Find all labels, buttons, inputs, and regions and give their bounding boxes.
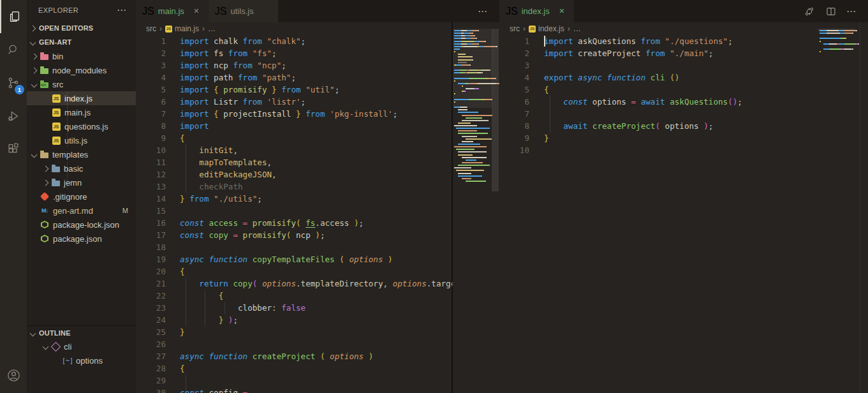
close-tab-icon[interactable]: ✕ [556,6,568,17]
scrollbar-track-border [860,22,860,393]
workspace-root-section[interactable]: GEN-ART [27,35,136,49]
tab-main-js[interactable]: JS main.js ✕ [136,0,209,23]
chevron-right-icon [31,53,38,59]
tree-item-package-json[interactable]: package.json [27,232,136,246]
code-folder-icon: </> [39,79,49,89]
breadcrumb-separator: › [523,24,526,33]
js-file-icon: JS [215,6,227,17]
file-tree: binnode_modules</>srcJSindex.jsJSmain.js… [27,49,136,246]
files-icon [8,10,22,24]
breadcrumb-separator: › [159,24,162,33]
code-editor-index-js[interactable]: import askQuestions from "./questions";i… [544,35,818,393]
account-icon[interactable] [0,359,27,392]
tree-item-label: index.js [64,94,92,103]
folder-icon [39,51,49,61]
explorer-icon[interactable] [0,0,28,33]
tab-label: main.js [158,6,184,16]
outline-section[interactable]: OUTLINE [27,325,136,340]
breadcrumb-folder[interactable]: src [510,24,520,33]
breadcrumb-symbol[interactable]: … [573,24,581,33]
line-numbers: 1234567891011121314151617181920212223242… [136,35,166,393]
minimap[interactable] [454,26,492,393]
tree-item-jemn[interactable]: jemn [27,175,136,189]
scm-pending-badge: 1 [15,85,24,94]
breadcrumb-file[interactable]: main.js [175,24,199,33]
js-file-icon: JS [51,107,61,117]
chevron-right-icon [43,165,49,172]
play-bug-icon [6,109,20,123]
breadcrumb-folder[interactable]: src [146,24,156,33]
tree-item-node-modules[interactable]: node_modules [27,63,136,77]
tree-item-label: src [52,80,63,89]
person-circle-icon [6,368,21,383]
search-icon[interactable] [0,33,27,66]
breadcrumb: src › JS main.js › … [136,22,499,35]
split-editor-icon[interactable] [825,5,837,18]
tree-item-label: cli [64,342,71,352]
git-modified-badge: M [122,207,128,214]
folder-icon [50,163,61,174]
tree-item-main-js[interactable]: JSmain.js [27,105,136,119]
tree-item-gen-art-md[interactable]: M↓gen-art.mdM [27,204,136,218]
indent-guide [186,144,186,193]
tree-item-options[interactable]: [~]options [27,353,136,367]
breadcrumb-separator: › [568,24,570,33]
tree-item-label: templates [52,150,88,159]
workspace-root-label: GEN-ART [39,38,72,46]
js-file-icon: JS [51,135,61,145]
tree-item-package-lock-json[interactable]: package-lock.json [27,218,136,232]
indent-guide [186,374,186,393]
text-cursor [544,36,545,47]
extensions-icon[interactable] [0,133,27,166]
folder-icon [50,177,61,188]
tree-item--gitignore[interactable]: .gitignore [27,189,136,204]
git-icon [40,191,50,202]
js-file-icon: JS [506,6,518,17]
open-changes-icon[interactable] [803,5,816,18]
tree-item-basic[interactable]: basic [27,161,136,175]
close-tab-icon[interactable]: ✕ [191,6,202,17]
tree-item-templates[interactable]: templates [27,147,136,161]
minimap[interactable] [820,26,858,393]
tree-item-src[interactable]: </>src [27,77,136,91]
markdown-icon: M↓ [40,205,50,216]
open-editors-label: OPEN EDITORS [39,24,93,32]
scrollbar[interactable] [492,29,499,191]
tab-label: index.js [522,6,550,16]
tree-item-bin[interactable]: bin [27,49,136,63]
tree-item-label: questions.js [64,122,108,131]
npm-package-icon [40,234,50,244]
chevron-down-icon [31,151,38,158]
explorer-sidebar: EXPLORER ⋯ OPEN EDITORS GEN-ART binnode_… [27,0,136,393]
run-debug-icon[interactable] [0,100,27,133]
breadcrumb-file[interactable]: index.js [538,24,564,33]
open-editors-section[interactable]: OPEN EDITORS [27,21,136,35]
tree-item-index-js[interactable]: JSindex.js [27,91,136,105]
sidebar-header: EXPLORER ⋯ [27,0,136,20]
tabbar-left: JS main.js ✕ JS utils.js ✕ [136,0,499,22]
js-file-icon: JS [51,93,61,103]
tab-index-js[interactable]: JS index.js ✕ [499,0,574,23]
tree-item-cli[interactable]: cli [27,339,136,353]
source-control-icon[interactable]: 1 [0,66,27,100]
outline-tree: cli[~]options [27,339,136,367]
namespace-cube-icon [50,341,61,352]
sidebar-title: EXPLORER [38,6,117,14]
tree-indent-guide [67,161,68,189]
code-editor-main-js[interactable]: import chalk from "chalk";import fs from… [180,35,453,393]
explorer-more-actions-icon[interactable]: ⋯ [117,7,127,13]
tab-utils-js[interactable]: JS utils.js ✕ [209,0,278,22]
indent-guide [205,290,205,327]
tree-item-utils-js[interactable]: JSutils.js [27,133,136,147]
js-file-icon: JS [51,121,61,131]
more-actions-icon[interactable]: ⋯ [478,8,488,15]
breadcrumb-symbol[interactable]: … [208,24,216,33]
minimap-slider[interactable] [453,29,492,108]
tree-item-label: package-lock.json [53,220,119,230]
chevron-right-icon [43,179,49,186]
folder-icon [39,65,49,75]
tree-item-questions-js[interactable]: JSquestions.js [27,119,136,133]
more-actions-icon[interactable]: ⋯ [846,8,857,15]
tree-item-label: package.json [53,234,102,244]
js-file-icon: JS [165,26,172,33]
